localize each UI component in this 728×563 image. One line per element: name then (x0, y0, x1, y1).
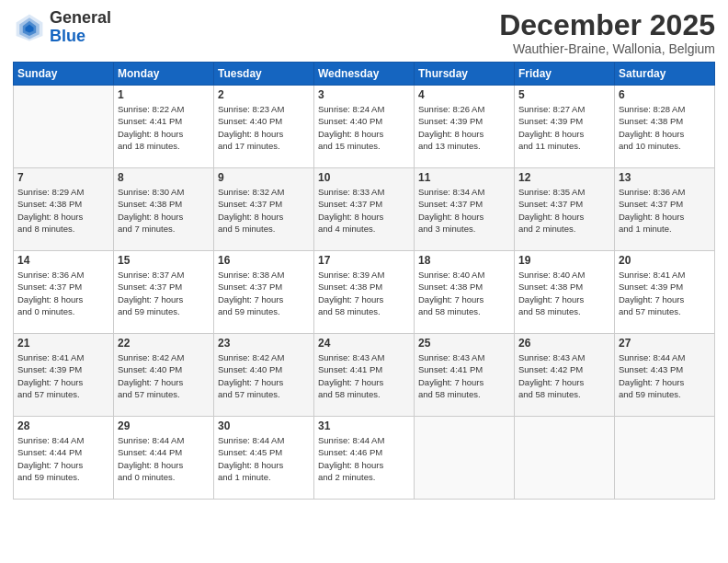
day-number: 24 (318, 337, 410, 350)
calendar-cell: 25Sunrise: 8:43 AMSunset: 4:41 PMDayligh… (415, 334, 515, 417)
calendar-container: General Blue December 2025 Wauthier-Brai… (0, 0, 728, 563)
calendar-cell: 29Sunrise: 8:44 AMSunset: 4:44 PMDayligh… (114, 417, 214, 500)
col-thursday: Thursday (415, 63, 515, 86)
day-number: 27 (619, 337, 711, 350)
day-info: Sunrise: 8:39 AMSunset: 4:38 PMDaylight:… (318, 269, 410, 317)
day-number: 19 (518, 254, 610, 267)
calendar-week-row-4: 28Sunrise: 8:44 AMSunset: 4:44 PMDayligh… (14, 417, 715, 500)
col-friday: Friday (515, 63, 615, 86)
day-number: 5 (518, 88, 610, 101)
calendar-cell: 4Sunrise: 8:26 AMSunset: 4:39 PMDaylight… (415, 86, 515, 168)
calendar-cell: 30Sunrise: 8:44 AMSunset: 4:45 PMDayligh… (214, 417, 314, 500)
day-info: Sunrise: 8:41 AMSunset: 4:39 PMDaylight:… (17, 351, 109, 400)
day-info: Sunrise: 8:35 AMSunset: 4:37 PMDaylight:… (518, 186, 610, 235)
day-info: Sunrise: 8:43 AMSunset: 4:42 PMDaylight:… (518, 351, 610, 400)
day-number: 26 (518, 337, 610, 350)
calendar-cell: 10Sunrise: 8:33 AMSunset: 4:37 PMDayligh… (314, 168, 415, 251)
day-number: 29 (118, 419, 210, 432)
day-info: Sunrise: 8:32 AMSunset: 4:37 PMDaylight:… (218, 186, 310, 235)
day-number: 30 (218, 419, 310, 432)
calendar-cell: 5Sunrise: 8:27 AMSunset: 4:39 PMDaylight… (515, 86, 615, 168)
day-number: 11 (418, 171, 510, 184)
day-info: Sunrise: 8:24 AMSunset: 4:40 PMDaylight:… (318, 103, 410, 152)
day-info: Sunrise: 8:44 AMSunset: 4:45 PMDaylight:… (218, 434, 310, 483)
day-number: 14 (17, 254, 109, 267)
day-number: 28 (17, 419, 109, 432)
calendar-cell: 13Sunrise: 8:36 AMSunset: 4:37 PMDayligh… (615, 168, 715, 251)
day-number: 22 (118, 337, 210, 350)
day-info: Sunrise: 8:43 AMSunset: 4:41 PMDaylight:… (418, 351, 510, 400)
day-info: Sunrise: 8:44 AMSunset: 4:46 PMDaylight:… (318, 434, 410, 483)
calendar-cell: 31Sunrise: 8:44 AMSunset: 4:46 PMDayligh… (314, 417, 415, 500)
title-block: December 2025 Wauthier-Braine, Wallonia,… (499, 9, 715, 56)
day-info: Sunrise: 8:42 AMSunset: 4:40 PMDaylight:… (218, 351, 310, 400)
day-info: Sunrise: 8:29 AMSunset: 4:38 PMDaylight:… (17, 186, 109, 235)
day-number: 23 (218, 337, 310, 350)
day-number: 2 (218, 88, 310, 101)
day-number: 13 (619, 171, 711, 184)
day-info: Sunrise: 8:43 AMSunset: 4:41 PMDaylight:… (318, 351, 410, 400)
day-number: 3 (318, 88, 410, 101)
day-number: 25 (418, 337, 510, 350)
calendar-cell: 26Sunrise: 8:43 AMSunset: 4:42 PMDayligh… (515, 334, 615, 417)
day-info: Sunrise: 8:22 AMSunset: 4:41 PMDaylight:… (118, 103, 210, 152)
day-info: Sunrise: 8:36 AMSunset: 4:37 PMDaylight:… (619, 186, 711, 235)
day-number: 7 (17, 171, 109, 184)
calendar-cell: 20Sunrise: 8:41 AMSunset: 4:39 PMDayligh… (615, 251, 715, 334)
month-title: December 2025 (499, 9, 715, 41)
day-info: Sunrise: 8:34 AMSunset: 4:37 PMDaylight:… (418, 186, 510, 235)
day-info: Sunrise: 8:40 AMSunset: 4:38 PMDaylight:… (518, 269, 610, 317)
calendar-cell: 14Sunrise: 8:36 AMSunset: 4:37 PMDayligh… (14, 251, 114, 334)
day-info: Sunrise: 8:44 AMSunset: 4:43 PMDaylight:… (619, 351, 711, 400)
header: General Blue December 2025 Wauthier-Brai… (13, 9, 715, 56)
location: Wauthier-Braine, Wallonia, Belgium (499, 41, 715, 56)
day-info: Sunrise: 8:40 AMSunset: 4:38 PMDaylight:… (418, 269, 510, 317)
day-number: 8 (118, 171, 210, 184)
day-info: Sunrise: 8:44 AMSunset: 4:44 PMDaylight:… (17, 434, 109, 483)
calendar-week-row-2: 14Sunrise: 8:36 AMSunset: 4:37 PMDayligh… (14, 251, 715, 334)
col-tuesday: Tuesday (214, 63, 314, 86)
calendar-cell: 21Sunrise: 8:41 AMSunset: 4:39 PMDayligh… (14, 334, 114, 417)
day-info: Sunrise: 8:30 AMSunset: 4:38 PMDaylight:… (118, 186, 210, 235)
logo-icon (13, 11, 46, 44)
calendar-cell: 27Sunrise: 8:44 AMSunset: 4:43 PMDayligh… (615, 334, 715, 417)
calendar-cell: 22Sunrise: 8:42 AMSunset: 4:40 PMDayligh… (114, 334, 214, 417)
day-info: Sunrise: 8:42 AMSunset: 4:40 PMDaylight:… (118, 351, 210, 400)
calendar-cell: 12Sunrise: 8:35 AMSunset: 4:37 PMDayligh… (515, 168, 615, 251)
col-wednesday: Wednesday (314, 63, 415, 86)
calendar-cell: 23Sunrise: 8:42 AMSunset: 4:40 PMDayligh… (214, 334, 314, 417)
day-number: 6 (619, 88, 711, 101)
day-number: 15 (118, 254, 210, 267)
calendar-cell (14, 86, 114, 168)
day-info: Sunrise: 8:26 AMSunset: 4:39 PMDaylight:… (418, 103, 510, 152)
calendar-cell: 16Sunrise: 8:38 AMSunset: 4:37 PMDayligh… (214, 251, 314, 334)
day-number: 21 (17, 337, 109, 350)
calendar-cell: 3Sunrise: 8:24 AMSunset: 4:40 PMDaylight… (314, 86, 415, 168)
calendar-cell: 24Sunrise: 8:43 AMSunset: 4:41 PMDayligh… (314, 334, 415, 417)
day-number: 10 (318, 171, 410, 184)
day-number: 9 (218, 171, 310, 184)
logo: General Blue (13, 9, 111, 46)
col-monday: Monday (114, 63, 214, 86)
day-number: 12 (518, 171, 610, 184)
calendar-week-row-0: 1Sunrise: 8:22 AMSunset: 4:41 PMDaylight… (14, 86, 715, 168)
day-number: 1 (118, 88, 210, 101)
calendar-week-row-3: 21Sunrise: 8:41 AMSunset: 4:39 PMDayligh… (14, 334, 715, 417)
calendar-cell (615, 417, 715, 500)
calendar-cell: 7Sunrise: 8:29 AMSunset: 4:38 PMDaylight… (14, 168, 114, 251)
day-number: 20 (619, 254, 711, 267)
calendar-cell: 11Sunrise: 8:34 AMSunset: 4:37 PMDayligh… (415, 168, 515, 251)
col-saturday: Saturday (615, 63, 715, 86)
calendar-cell (515, 417, 615, 500)
day-info: Sunrise: 8:37 AMSunset: 4:37 PMDaylight:… (118, 269, 210, 317)
calendar-table: Sunday Monday Tuesday Wednesday Thursday… (13, 62, 715, 500)
calendar-cell: 18Sunrise: 8:40 AMSunset: 4:38 PMDayligh… (415, 251, 515, 334)
day-number: 31 (318, 419, 410, 432)
calendar-header-row: Sunday Monday Tuesday Wednesday Thursday… (14, 63, 715, 86)
calendar-cell: 6Sunrise: 8:28 AMSunset: 4:38 PMDaylight… (615, 86, 715, 168)
logo-text: General Blue (50, 9, 111, 46)
day-info: Sunrise: 8:44 AMSunset: 4:44 PMDaylight:… (118, 434, 210, 483)
day-info: Sunrise: 8:41 AMSunset: 4:39 PMDaylight:… (619, 269, 711, 317)
calendar-cell (415, 417, 515, 500)
calendar-week-row-1: 7Sunrise: 8:29 AMSunset: 4:38 PMDaylight… (14, 168, 715, 251)
